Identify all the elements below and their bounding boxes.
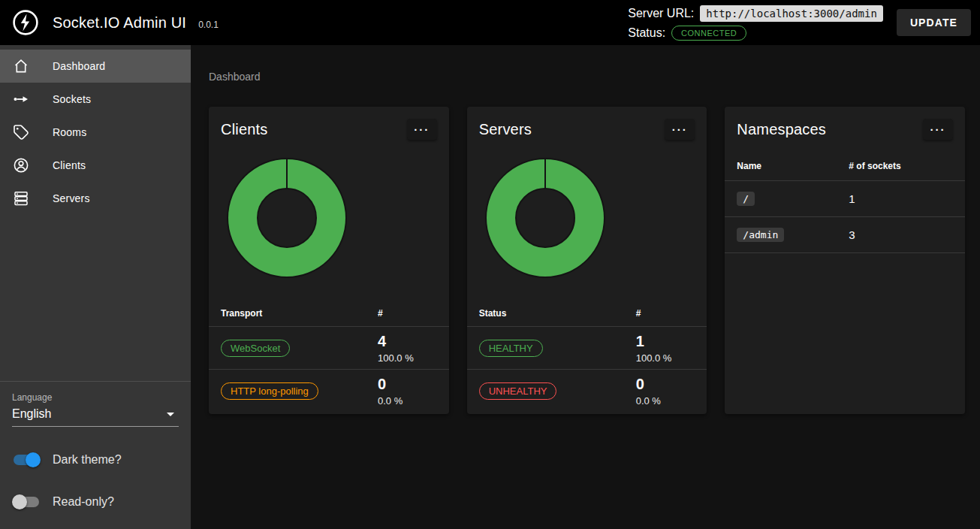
namespace-chip: / <box>737 192 755 206</box>
app-version: 0.0.1 <box>198 20 219 30</box>
sidebar-item-label: Rooms <box>53 126 86 138</box>
column-header: Name <box>737 161 849 171</box>
read-only-label: Read-only? <box>53 495 114 509</box>
server-url-value: http://localhost:3000/admin <box>700 5 883 22</box>
table-header: Name # of sockets <box>725 161 965 181</box>
servers-table: Status # HEALTHY 1100.0 % UNHEALTHY 00.0… <box>467 308 707 412</box>
socket-count: 1 <box>849 192 953 205</box>
count-value: 1 <box>636 332 695 350</box>
sidebar-item-servers[interactable]: Servers <box>0 182 191 215</box>
server-info-block: Server URL: http://localhost:3000/admin … <box>628 5 883 41</box>
sidebar-item-label: Clients <box>53 159 86 171</box>
socket-arrow-icon <box>12 90 30 108</box>
clients-card: Clients ··· Transport # WebSocket 4100.0… <box>209 107 449 414</box>
sidebar-item-label: Sockets <box>53 93 91 105</box>
sidebar-item-rooms[interactable]: Rooms <box>0 116 191 149</box>
sidebar-item-sockets[interactable]: Sockets <box>0 83 191 116</box>
table-header: Status # <box>467 308 707 327</box>
home-icon <box>12 57 30 75</box>
more-options-icon: ··· <box>672 123 688 136</box>
language-value: English <box>12 407 51 421</box>
status-badge: UNHEALTHY <box>479 382 557 400</box>
status-badge: CONNECTED <box>671 26 746 41</box>
breadcrumb: Dashboard <box>209 71 965 83</box>
status-label: Status: <box>628 26 665 40</box>
clients-table: Transport # WebSocket 4100.0 % HTTP long… <box>209 308 449 412</box>
card-menu-button[interactable]: ··· <box>923 119 953 140</box>
sidebar-item-clients[interactable]: Clients <box>0 149 191 182</box>
card-menu-button[interactable]: ··· <box>407 119 437 140</box>
count-value: 0 <box>636 375 695 393</box>
count-value: 4 <box>378 332 437 350</box>
table-row: / 1 <box>725 181 965 217</box>
account-circle-icon <box>12 156 30 174</box>
table-row: WebSocket 4100.0 % <box>209 327 449 370</box>
sidebar-item-label: Dashboard <box>53 60 105 72</box>
main-content: Dashboard Clients ··· Transport # WebSoc… <box>191 45 980 529</box>
percent-value: 0.0 % <box>378 395 437 407</box>
clients-donut-chart <box>227 158 347 278</box>
namespaces-card: Namespaces ··· Name # of sockets / 1 /ad… <box>725 107 965 414</box>
column-header: # <box>636 308 695 319</box>
read-only-toggle[interactable] <box>12 493 41 511</box>
sidebar-item-label: Servers <box>53 192 90 204</box>
transport-badge: WebSocket <box>221 340 290 357</box>
table-row: HEALTHY 1100.0 % <box>467 327 707 370</box>
status-badge: HEALTHY <box>479 340 543 357</box>
transport-badge: HTTP long-polling <box>221 382 318 400</box>
count-value: 0 <box>378 375 437 393</box>
language-select[interactable]: English <box>12 407 179 427</box>
chevron-down-icon <box>167 413 174 416</box>
server-url-label: Server URL: <box>628 7 694 20</box>
card-menu-button[interactable]: ··· <box>665 119 695 140</box>
column-header: Status <box>479 308 636 319</box>
dark-theme-row: Dark theme? <box>12 451 179 469</box>
percent-value: 100.0 % <box>636 352 695 364</box>
servers-card-title: Servers <box>479 121 532 138</box>
namespaces-card-title: Namespaces <box>737 121 826 138</box>
servers-donut-chart <box>485 158 605 278</box>
table-header: Transport # <box>209 308 449 327</box>
column-header: # <box>378 308 437 319</box>
percent-value: 100.0 % <box>378 352 437 364</box>
read-only-row: Read-only? <box>12 493 179 511</box>
more-options-icon: ··· <box>414 123 430 136</box>
column-header: Transport <box>221 308 378 319</box>
sidebar-item-dashboard[interactable]: Dashboard <box>0 50 191 83</box>
more-options-icon: ··· <box>930 123 946 136</box>
clients-card-title: Clients <box>221 121 268 138</box>
table-row: /admin 3 <box>725 217 965 253</box>
table-row: UNHEALTHY 00.0 % <box>467 370 707 412</box>
percent-value: 0.0 % <box>636 395 695 407</box>
namespaces-table: Name # of sockets / 1 /admin 3 <box>725 161 965 253</box>
sidebar: Dashboard Sockets Rooms Clients Servers <box>0 45 191 529</box>
app-header: Socket.IO Admin UI 0.0.1 Server URL: htt… <box>0 0 980 45</box>
socketio-logo-icon <box>12 9 39 36</box>
socket-count: 3 <box>849 228 953 241</box>
servers-card: Servers ··· Status # HEALTHY 1100.0 % UN… <box>467 107 707 414</box>
sidebar-settings: Language English Dark theme? Read-only? <box>0 381 191 529</box>
dark-theme-toggle[interactable] <box>12 451 41 469</box>
update-button[interactable]: UPDATE <box>897 9 971 36</box>
dark-theme-label: Dark theme? <box>53 453 122 467</box>
app-title: Socket.IO Admin UI <box>53 14 186 32</box>
server-icon <box>12 189 30 207</box>
tag-icon <box>12 123 30 141</box>
column-header: # of sockets <box>849 161 953 171</box>
language-label: Language <box>12 392 179 403</box>
table-row: HTTP long-polling 00.0 % <box>209 370 449 412</box>
namespace-chip: /admin <box>737 228 784 242</box>
